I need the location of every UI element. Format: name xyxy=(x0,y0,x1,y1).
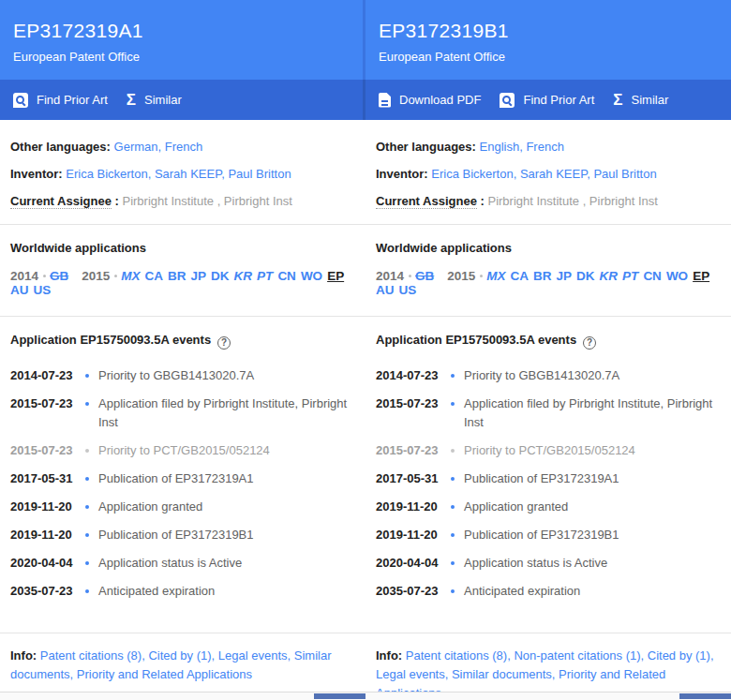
country-code-link[interactable]: CN xyxy=(643,269,662,283)
assignee-label: Current Assignee xyxy=(376,194,477,209)
country-code-link[interactable]: PT xyxy=(257,269,273,283)
event-row: 2014-07-23 Priority to GBGB1413020.7A xyxy=(376,366,721,385)
country-code-link[interactable]: JP xyxy=(191,269,207,283)
info-label: Info: xyxy=(376,648,402,663)
country-code-link[interactable]: AU xyxy=(10,283,29,297)
event-description: Application filed by Pirbright Institute… xyxy=(464,395,721,432)
inventor-label: Inventor: xyxy=(10,167,63,181)
scrollbar-thumb[interactable] xyxy=(679,693,731,699)
toolbar-icon xyxy=(613,92,622,108)
toolbar-button[interactable]: Find Prior Art xyxy=(490,87,604,113)
other-languages-links[interactable]: German, French xyxy=(114,140,203,154)
event-bullet-icon xyxy=(451,402,455,406)
country-code-link[interactable]: US xyxy=(399,283,417,297)
help-icon[interactable] xyxy=(217,336,231,350)
event-row: 2019-11-20 Publication of EP3172319B1 xyxy=(376,526,721,544)
assignee-value[interactable]: Pirbright Institute , Pirbright Inst xyxy=(487,194,657,208)
country-code-link[interactable]: US xyxy=(34,283,52,297)
toolbar-button-label: Similar xyxy=(632,93,669,107)
country-code-link: 2014 xyxy=(376,269,404,283)
worldwide-title: Worldwide applications xyxy=(376,241,721,255)
event-row: 2019-11-20 Application granted xyxy=(10,498,355,516)
patent-office: European Patent Office xyxy=(13,50,350,64)
country-code-link[interactable]: CA xyxy=(145,269,164,283)
event-row: 2014-07-23 Priority to GBGB1413020.7A xyxy=(10,366,355,385)
event-bullet-icon xyxy=(85,561,89,565)
country-code-link[interactable]: BR xyxy=(168,269,186,283)
horizontal-scrollbar[interactable] xyxy=(366,692,731,700)
event-row: 2019-11-20 Application granted xyxy=(376,498,721,516)
event-description: Application filed by Pirbright Institute… xyxy=(98,395,355,432)
event-description: Application granted xyxy=(464,498,721,516)
country-code-link: 2015 xyxy=(82,269,110,283)
publication-number: EP3172319B1 xyxy=(379,20,718,42)
event-bullet-icon xyxy=(85,374,89,378)
event-bullet-icon xyxy=(451,477,455,481)
patent-compare-view: EP3172319A1 European Patent Office Find … xyxy=(0,0,731,700)
horizontal-scrollbar[interactable] xyxy=(0,692,366,700)
country-code-link[interactable]: PT xyxy=(622,269,638,283)
country-code-link[interactable]: WO xyxy=(666,269,688,283)
other-languages-row: Other languages: German, French xyxy=(10,140,355,155)
country-code-link[interactable]: GB xyxy=(415,269,434,283)
country-code-link[interactable]: EP xyxy=(327,269,344,283)
other-languages-label: Other languages: xyxy=(376,140,476,154)
application-events-section: Application EP15750093.5A events 2014-07… xyxy=(366,317,731,633)
other-languages-links[interactable]: English, French xyxy=(480,140,564,154)
assignee-colon: : xyxy=(481,194,485,208)
country-code-link[interactable]: BR xyxy=(533,269,552,283)
country-code-link[interactable]: DK xyxy=(576,269,595,283)
event-date: 2020-04-04 xyxy=(10,554,85,573)
country-code-link[interactable]: KR xyxy=(234,269,253,283)
scrollbar-thumb[interactable] xyxy=(314,693,366,699)
event-date: 2015-07-23 xyxy=(376,395,451,432)
toolbar-button-label: Find Prior Art xyxy=(523,93,594,107)
inventor-row: Inventor: Erica Bickerton, Sarah KEEP, P… xyxy=(10,167,355,182)
inventor-links[interactable]: Erica Bickerton, Sarah KEEP, Paul Britto… xyxy=(66,167,291,181)
event-bullet-icon xyxy=(85,505,89,509)
toolbar-button[interactable]: Download PDF xyxy=(369,87,490,113)
country-code-link[interactable]: DK xyxy=(211,269,230,283)
country-code-link[interactable]: MX xyxy=(486,269,505,283)
event-description: Publication of EP3172319B1 xyxy=(464,526,721,544)
country-code-link[interactable]: KR xyxy=(600,269,619,283)
toolbar-button[interactable]: Similar xyxy=(117,86,191,113)
country-code-link[interactable]: CA xyxy=(511,269,530,283)
event-bullet-icon xyxy=(451,533,455,537)
event-date: 2019-11-20 xyxy=(10,498,85,516)
country-code-link[interactable]: WO xyxy=(301,269,322,283)
event-row: 2015-07-23 Application filed by Pirbrigh… xyxy=(376,395,721,432)
country-code-link: 2014 xyxy=(10,269,38,283)
toolbar-icon xyxy=(127,92,136,108)
toolbar-button-label: Download PDF xyxy=(399,93,481,107)
toolbar-button[interactable]: Similar xyxy=(604,86,678,113)
worldwide-applications-section: Worldwide applications 2014 GB 2015 MX C… xyxy=(366,225,731,317)
country-code-link[interactable]: EP xyxy=(693,269,709,283)
event-description: Application status is Active xyxy=(464,554,721,573)
event-bullet-icon xyxy=(85,589,89,593)
event-date: 2017-05-31 xyxy=(376,469,451,488)
inventor-links[interactable]: Erica Bickerton, Sarah KEEP, Paul Britto… xyxy=(431,167,656,181)
country-code-link[interactable]: GB xyxy=(50,269,68,283)
country-code-link[interactable]: JP xyxy=(557,269,573,283)
event-description: Publication of EP3172319A1 xyxy=(98,469,355,488)
metadata-section: Other languages: English, French Invento… xyxy=(366,120,731,225)
info-links[interactable]: Patent citations (8), Cited by (1), Lega… xyxy=(10,648,331,681)
event-description: Priority to GBGB1413020.7A xyxy=(98,366,355,385)
worldwide-title: Worldwide applications xyxy=(10,241,355,255)
help-icon[interactable] xyxy=(583,336,596,350)
application-events-section: Application EP15750093.5A events 2014-07… xyxy=(0,317,366,633)
assignee-value[interactable]: Pirbright Institute , Pirbright Inst xyxy=(122,194,291,208)
toolbar-button[interactable]: Find Prior Art xyxy=(4,87,117,113)
event-description: Priority to PCT/GB2015/052124 xyxy=(98,441,355,460)
event-description: Publication of EP3172319B1 xyxy=(98,526,355,544)
country-code-link[interactable]: AU xyxy=(376,283,395,297)
country-code-link[interactable]: CN xyxy=(277,269,296,283)
events-list: 2014-07-23 Priority to GBGB1413020.7A 20… xyxy=(10,366,355,601)
events-list: 2014-07-23 Priority to GBGB1413020.7A 20… xyxy=(376,366,721,601)
event-description: Application status is Active xyxy=(98,554,355,573)
event-bullet-icon xyxy=(451,449,455,453)
toolbar-icon xyxy=(500,93,515,108)
country-code-link[interactable]: MX xyxy=(121,269,140,283)
inventor-label: Inventor: xyxy=(376,167,428,181)
